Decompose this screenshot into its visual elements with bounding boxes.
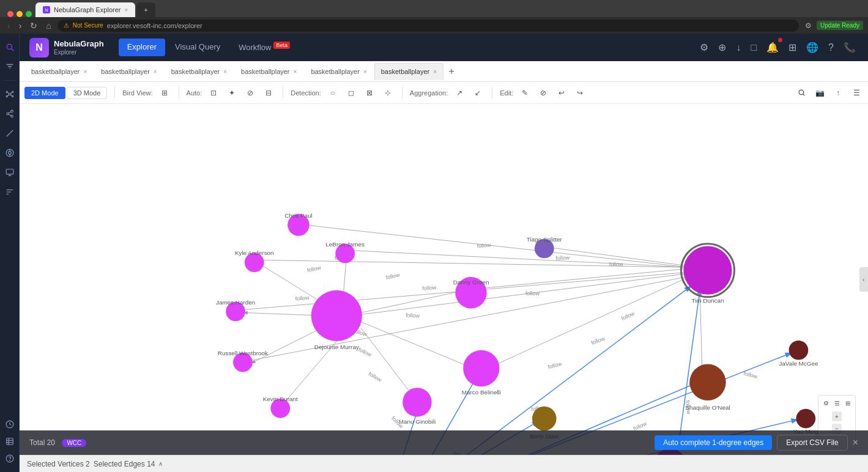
query-tab-6[interactable]: basketballplayer ×	[374, 63, 443, 80]
sidebar-icon-line[interactable]	[1, 125, 18, 142]
bird-view-icon[interactable]: ⊞	[158, 86, 171, 100]
nav-tab-explorer[interactable]: Explorer	[119, 39, 165, 56]
toolbar-table-btn[interactable]: ☰	[850, 86, 863, 100]
header-icon-notify[interactable]: 🔔	[764, 39, 781, 56]
auto-icon-2[interactable]: ✦	[225, 86, 239, 100]
bottom-close-icon[interactable]: ×	[853, 437, 858, 448]
query-tab-3-label: basketballplayer	[171, 68, 220, 75]
home-btn[interactable]: ⌂	[43, 20, 53, 32]
query-tab-4[interactable]: basketballplayer ×	[234, 63, 303, 80]
query-tab-2[interactable]: basketballplayer ×	[94, 63, 163, 80]
graph-icon-2[interactable]: ☰	[832, 398, 842, 408]
node-boris-diaw[interactable]	[532, 407, 557, 431]
node-tim-duncan[interactable]	[683, 246, 732, 295]
edit-icon-2[interactable]: ⊘	[536, 86, 550, 100]
header-icon-globe[interactable]: 🌐	[804, 39, 821, 56]
query-tab-2-close[interactable]: ×	[154, 68, 157, 75]
svg-text:follow: follow	[609, 261, 623, 267]
tab-add-btn[interactable]: +	[444, 64, 459, 79]
header-icon-4[interactable]: □	[748, 40, 759, 56]
extensions-icon[interactable]: ⚙	[803, 20, 814, 31]
logo-sub: Explorer	[54, 49, 104, 56]
export-csv-btn[interactable]: Export CSV File	[777, 435, 847, 451]
sidebar-icon-help[interactable]	[1, 450, 18, 467]
sidebar-icon-search[interactable]	[1, 39, 18, 56]
detection-icon-2[interactable]: ◻	[344, 86, 358, 100]
detection-icon-3[interactable]: ⊠	[363, 86, 376, 100]
3d-mode-btn[interactable]: 3D Mode	[67, 87, 108, 99]
auto-icon-1[interactable]: ⊡	[207, 86, 220, 100]
forward-btn[interactable]: ›	[17, 20, 24, 32]
query-tab-1-close[interactable]: ×	[84, 68, 87, 75]
edit-icon-3[interactable]: ↩	[555, 86, 568, 100]
tab-close-icon[interactable]: ×	[124, 7, 128, 13]
query-tab-5-close[interactable]: ×	[363, 68, 367, 75]
auto-icon-4[interactable]: ⊟	[262, 86, 275, 100]
maximize-btn[interactable]	[26, 11, 32, 17]
svg-line-8	[10, 92, 12, 94]
close-btn[interactable]	[7, 11, 13, 17]
nav-tab-workflow[interactable]: WorkflowBeta	[230, 39, 299, 56]
sidebar-icon-sort[interactable]	[1, 183, 18, 201]
header-icon-help[interactable]: ?	[826, 40, 836, 56]
svg-line-37	[261, 260, 689, 267]
toolbar-export-btn[interactable]: ↑	[831, 86, 845, 100]
detection-icon-1[interactable]: ○	[326, 86, 339, 100]
svg-text:follow: follow	[422, 284, 437, 292]
node-marco-belinelli[interactable]	[463, 350, 499, 386]
nav-tab-visual-query[interactable]: Visual Query	[166, 39, 229, 56]
sidebar-icon-filter[interactable]	[1, 58, 18, 75]
graph-icon-3[interactable]: ⊞	[843, 398, 853, 408]
sidebar-icon-algo[interactable]	[1, 164, 18, 181]
edit-icon-4[interactable]: ↪	[573, 86, 587, 100]
update-btn[interactable]: Update Ready	[817, 21, 863, 30]
query-tab-4-close[interactable]: ×	[294, 68, 297, 75]
node-yao-ming[interactable]	[796, 409, 815, 429]
svg-point-33	[9, 460, 10, 461]
sidebar-icon-explore[interactable]	[1, 144, 18, 161]
node-manu-ginobili[interactable]	[402, 388, 432, 417]
svg-line-9	[7, 95, 9, 96]
sidebar-icon-graph[interactable]	[1, 86, 18, 103]
address-bar[interactable]: ⚠ Not Secure explorer.vesoft-inc.com/exp…	[57, 20, 799, 32]
sidebar-icon-history[interactable]	[1, 416, 18, 433]
collapse-handle[interactable]: ‹	[859, 267, 868, 292]
node-shaquille-oneal[interactable]	[689, 364, 725, 400]
query-tab-3-close[interactable]: ×	[223, 68, 227, 75]
query-tab-3[interactable]: basketballplayer ×	[165, 63, 234, 80]
aggregation-icon-2[interactable]: ↙	[471, 86, 484, 100]
query-tab-6-close[interactable]: ×	[433, 68, 437, 75]
autocomplete-btn[interactable]: Auto complete 1-degree edges	[655, 435, 772, 450]
svg-text:Shaquille O'Neal: Shaquille O'Neal	[685, 404, 730, 411]
detection-icon-4[interactable]: ⊹	[381, 86, 395, 100]
zoom-in-btn[interactable]: +	[832, 411, 842, 421]
2d-mode-btn[interactable]: 2D Mode	[24, 87, 65, 99]
node-javale-mcgee[interactable]	[789, 341, 809, 360]
edit-icon-1[interactable]: ✎	[518, 86, 532, 100]
browser-tab-active[interactable]: N NebulaGraph Explorer ×	[35, 2, 135, 17]
back-btn[interactable]: ‹	[5, 20, 13, 32]
header-icon-3[interactable]: ↓	[733, 40, 743, 56]
svg-line-63	[494, 276, 691, 365]
graph-canvas[interactable]: follow follow follow follow follow follo…	[20, 104, 868, 455]
header-icon-headset[interactable]: 📞	[841, 39, 858, 56]
sidebar-icon-share[interactable]	[1, 105, 18, 122]
header-icon-grid[interactable]: ⊞	[786, 39, 799, 56]
query-tab-1[interactable]: basketballplayer ×	[24, 63, 94, 80]
aggregation-icon-1[interactable]: ↗	[453, 86, 466, 100]
reload-btn[interactable]: ↻	[28, 20, 40, 32]
header-icon-1[interactable]: ⚙	[697, 39, 711, 56]
sidebar-icon-table[interactable]	[1, 433, 18, 450]
browser-tab-new[interactable]: +	[136, 2, 155, 17]
minimize-btn[interactable]	[17, 11, 23, 17]
graph-icon-1[interactable]: ⚙	[821, 398, 831, 408]
svg-point-4	[12, 91, 13, 92]
toolbar-camera-btn[interactable]: 📷	[813, 86, 826, 100]
query-tab-5[interactable]: basketballplayer ×	[304, 63, 373, 80]
header-icon-2[interactable]: ⊕	[716, 39, 729, 56]
expand-chevron[interactable]: ∧	[158, 460, 163, 467]
node-dejounte-murray[interactable]	[311, 290, 362, 341]
secure-label: Not Secure	[73, 22, 103, 29]
auto-icon-3[interactable]: ⊘	[243, 86, 257, 100]
toolbar-search-btn[interactable]	[795, 86, 808, 100]
